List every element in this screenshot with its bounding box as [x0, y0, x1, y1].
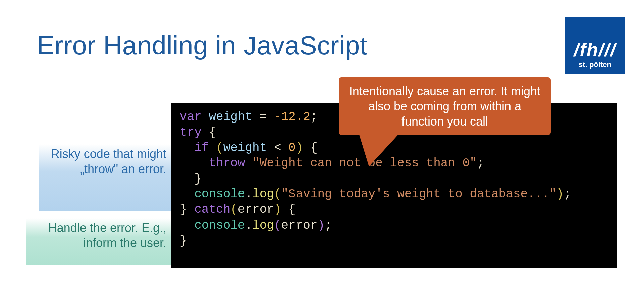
slide: Error Handling in JavaScript /fh/// st. …: [0, 0, 644, 289]
slide-title: Error Handling in JavaScript: [37, 30, 367, 61]
semicolon: ;: [310, 110, 318, 124]
space: [245, 156, 252, 170]
identifier-weight: weight: [209, 110, 252, 124]
brace-close: }: [180, 203, 187, 216]
dot: .: [245, 187, 252, 201]
dot: .: [245, 219, 252, 232]
keyword-var: var: [180, 110, 202, 124]
paren-close: ): [274, 203, 281, 216]
institution-logo: /fh/// st. pölten: [565, 17, 625, 74]
logo-main-text: /fh///: [574, 40, 616, 59]
brace-open: {: [202, 126, 216, 139]
keyword-try: try: [180, 126, 202, 139]
paren-open: (: [274, 187, 281, 201]
fn-log-2: log: [252, 219, 274, 232]
brace-close-inner: }: [180, 172, 202, 186]
semicolon: ;: [564, 187, 571, 201]
op-assign: =: [252, 110, 274, 124]
indent: [180, 156, 209, 170]
callout-bubble: Intentionally cause an error. It might a…: [339, 77, 551, 135]
fn-log: log: [252, 187, 274, 201]
semicolon: ;: [477, 156, 484, 170]
number-weight-value: -12.2: [274, 110, 310, 124]
paren-close: ): [318, 219, 325, 232]
identifier-error-2: error: [281, 219, 317, 232]
paren-close: ): [296, 141, 303, 155]
space: [209, 141, 216, 155]
op-lt: <: [267, 141, 288, 155]
annotation-try: Risky code that might „throw" an error.: [39, 144, 171, 211]
number-zero: 0: [288, 141, 296, 155]
brace-open-2: {: [303, 141, 317, 155]
identifier-console-2: console: [194, 219, 245, 232]
paren-open: (: [216, 141, 223, 155]
annotation-catch: Handle the error. E.g., inform the user.: [26, 218, 171, 265]
indent: [180, 141, 194, 155]
keyword-throw: throw: [209, 156, 245, 170]
brace-open-3: {: [281, 203, 296, 216]
paren-close: ): [556, 187, 564, 201]
callout-tail-icon: [359, 134, 399, 166]
keyword-if: if: [194, 141, 209, 155]
identifier-console: console: [194, 187, 245, 201]
indent: [180, 187, 194, 201]
identifier-weight-2: weight: [223, 141, 267, 155]
brace-close-2: }: [180, 234, 187, 248]
identifier-error: error: [238, 203, 274, 216]
semicolon: ;: [325, 219, 332, 232]
logo-sub-text: st. pölten: [579, 60, 611, 69]
paren-open: (: [274, 219, 281, 232]
keyword-catch: catch: [194, 203, 230, 216]
string-saving: "Saving today's weight to database...": [281, 187, 556, 201]
indent: [180, 219, 194, 232]
paren-open: (: [230, 203, 238, 216]
